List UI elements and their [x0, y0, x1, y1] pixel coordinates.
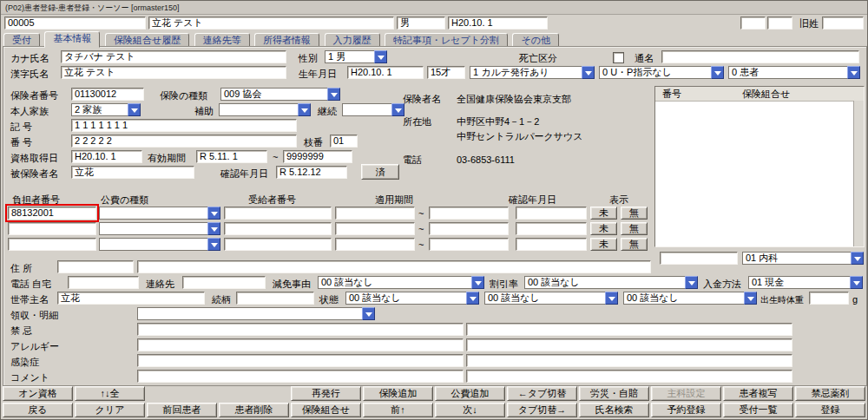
period-to-input[interactable] [429, 207, 509, 220]
futansha-number-input[interactable]: 88132001 [8, 207, 96, 220]
death-checkbox[interactable] [613, 52, 624, 63]
comment-input-1[interactable] [137, 370, 464, 383]
futansha-number-input[interactable] [8, 222, 96, 235]
dropdown-arrow-icon[interactable] [327, 88, 340, 101]
karte-issue-select[interactable]: 1 カルテ発行あり [470, 66, 595, 79]
tab-switch-right-button[interactable]: タブ切替→ [507, 403, 577, 417]
confirm-date-input[interactable]: R 5.12.12 [276, 166, 347, 179]
householder-input[interactable]: 立花 [57, 292, 205, 305]
relation-input[interactable] [236, 292, 314, 305]
dropdown-arrow-icon[interactable] [374, 50, 387, 63]
period-to-input[interactable] [429, 238, 509, 251]
back-button[interactable]: 戻る [3, 403, 73, 417]
address-input[interactable] [137, 260, 651, 273]
clear-button[interactable]: クリア [75, 403, 145, 417]
edaban-input[interactable]: 01 [330, 135, 358, 148]
tab-switch-left-button[interactable]: ←タブ切替 [507, 386, 577, 401]
insurer-number-input[interactable]: 01130012 [71, 88, 144, 101]
up-instruction-select[interactable]: 0 U・P指示なし [599, 66, 724, 79]
dropdown-arrow-icon[interactable] [391, 103, 404, 116]
previous-patient-button[interactable]: 前回患者 [147, 403, 217, 417]
kohi-add-button[interactable]: 公費追加 [435, 386, 505, 401]
futansha-number-input[interactable] [8, 238, 96, 251]
department-select[interactable]: 01 内科 [742, 252, 864, 265]
hojo-select[interactable] [219, 103, 311, 116]
home-tel-input[interactable] [68, 276, 139, 289]
period-from-input[interactable] [335, 222, 415, 235]
jukyusha-number-input[interactable] [224, 238, 332, 251]
birthdate-input[interactable]: H20.10. 1 [347, 66, 424, 79]
reception-list-button[interactable]: 受付一覧 [723, 403, 793, 417]
patient-name-field[interactable]: 立花 テスト [148, 16, 394, 30]
kohi-type-select[interactable] [99, 222, 220, 235]
patient-delete-button[interactable]: 患者削除 [219, 403, 289, 417]
mu-button[interactable]: 無 [621, 207, 648, 220]
patient-copy-button[interactable]: 患者複写 [723, 386, 793, 401]
kinki-input-1[interactable] [137, 323, 464, 336]
dropdown-arrow-icon[interactable] [685, 276, 698, 289]
register-button[interactable]: 登録 [795, 403, 865, 417]
discount-select[interactable]: 00 該当なし [524, 276, 698, 289]
kinki-yakuzai-button[interactable]: 禁忌薬剤 [795, 386, 865, 401]
state-select-1[interactable]: 00 該当なし [345, 292, 479, 305]
valid-to-input[interactable]: 9999999 [283, 150, 352, 163]
name-search-button[interactable]: 氏名検索 [579, 403, 649, 417]
confirm-done-button[interactable]: 済 [361, 164, 399, 180]
insurance-add-button[interactable]: 保険追加 [363, 386, 433, 401]
prev-button[interactable]: 前↑ [363, 403, 433, 417]
dropdown-arrow-icon[interactable] [605, 292, 618, 305]
period-to-input[interactable] [429, 222, 509, 235]
kohi-type-select[interactable] [99, 238, 220, 251]
reservation-button[interactable]: 予約登録 [651, 403, 721, 417]
birth-weight-input[interactable] [809, 292, 849, 305]
genmen-select[interactable]: 00 該当なし [318, 276, 484, 289]
allergy-input-2[interactable] [466, 338, 792, 351]
dropdown-arrow-icon[interactable] [298, 103, 311, 116]
mi-button[interactable]: 未 [590, 222, 617, 235]
next-button[interactable]: 次↓ [435, 403, 505, 417]
sex-select[interactable]: 1 男 [325, 50, 387, 63]
dropdown-arrow-icon[interactable] [850, 276, 863, 289]
comment-input-2[interactable] [466, 370, 792, 383]
dropdown-arrow-icon[interactable] [851, 252, 864, 265]
kohi-confirm-input[interactable] [516, 222, 587, 235]
jukyusha-number-input[interactable] [224, 207, 332, 220]
dept-code-input[interactable] [660, 252, 738, 265]
dropdown-arrow-icon[interactable] [744, 292, 757, 305]
state-select-2[interactable]: 00 該当なし [484, 292, 618, 305]
period-from-input[interactable] [335, 207, 415, 220]
contact-input[interactable] [182, 276, 266, 289]
dropdown-arrow-icon[interactable] [471, 276, 484, 289]
keizoku-select[interactable] [342, 103, 404, 116]
reissue-button[interactable]: 再発行 [291, 386, 361, 401]
old-name-field[interactable] [822, 16, 864, 30]
patient-id-field[interactable]: 00005 [4, 16, 146, 30]
state-select-3[interactable]: 00 該当なし [623, 292, 757, 305]
dropdown-arrow-icon[interactable] [207, 238, 220, 251]
dropdown-arrow-icon[interactable] [207, 222, 220, 235]
insurance-type-select[interactable]: 009 協会 [220, 88, 340, 101]
updown-all-button[interactable]: ↑↓全 [75, 386, 145, 401]
mu-button[interactable]: 無 [621, 222, 648, 235]
infection-input-1[interactable] [137, 354, 464, 367]
bango-input[interactable]: 2 2 2 2 2 [71, 135, 297, 148]
misc-field-1[interactable] [740, 16, 766, 30]
jukyusha-number-input[interactable] [224, 222, 332, 235]
dropdown-arrow-icon[interactable] [582, 66, 595, 79]
dropdown-arrow-icon[interactable] [847, 66, 860, 79]
misc-field-2[interactable] [767, 16, 792, 30]
kohi-confirm-input[interactable] [516, 207, 587, 220]
valid-from-input[interactable]: R 5.11. 1 [196, 150, 267, 163]
patient-type-select[interactable]: 0 患者 [728, 66, 860, 79]
alias-input[interactable] [661, 50, 859, 63]
mu-button[interactable]: 無 [621, 238, 648, 251]
on-shikaku-button[interactable]: オン資格 [3, 386, 73, 401]
mi-button[interactable]: 未 [590, 238, 617, 251]
kigo-input[interactable]: 1 1 1 1 1 1 1 [71, 119, 297, 132]
kanji-name-input[interactable]: 立花 テスト [61, 66, 286, 79]
kohi-confirm-input[interactable] [516, 238, 587, 251]
rosai-jibai-button[interactable]: 労災・自賠 [579, 386, 649, 401]
tab-kihon-joho[interactable]: 基本情報 [44, 31, 100, 48]
infection-input-2[interactable] [466, 354, 792, 367]
period-from-input[interactable] [335, 238, 415, 251]
